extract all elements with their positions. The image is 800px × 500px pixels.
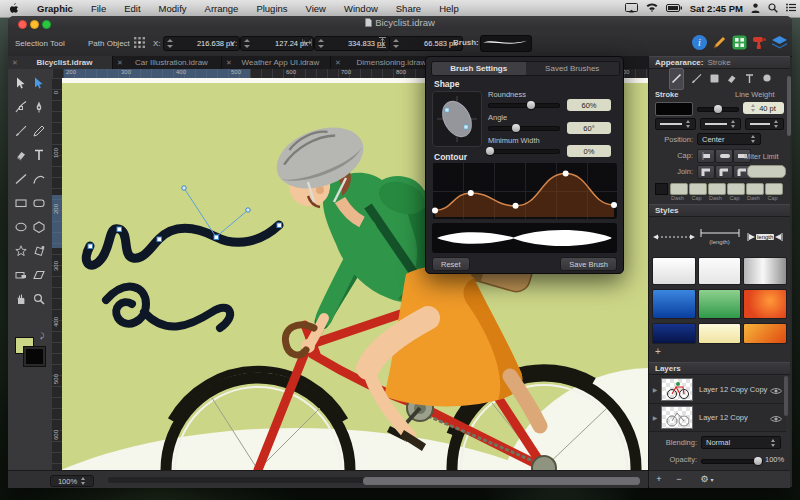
stepper-icon[interactable]: [751, 135, 756, 143]
menu-item-help[interactable]: Help: [430, 3, 468, 14]
polygon-tool-icon[interactable]: [31, 219, 47, 235]
tab-brush-settings[interactable]: Brush Settings: [432, 62, 526, 75]
shadow-mode-icon[interactable]: [762, 70, 774, 88]
tab-bicyclist[interactable]: ✕Bicyclist.idraw: [8, 56, 113, 69]
style-length-bracket[interactable]: (length): [698, 221, 742, 253]
notification-center-icon[interactable]: [786, 3, 796, 14]
direct-selection-tool-icon[interactable]: [31, 75, 47, 91]
stepper-icon[interactable]: [167, 39, 173, 48]
style-swatch[interactable]: [743, 289, 787, 319]
tab-weather-app-ui[interactable]: ✕Weather App UI.idraw: [222, 56, 331, 69]
minimum-width-value[interactable]: 0%: [567, 145, 611, 157]
roundness-value[interactable]: 60%: [567, 99, 611, 111]
menu-item-edit[interactable]: Edit: [115, 3, 149, 14]
stepper-icon[interactable]: [393, 39, 399, 48]
cap-butt-button[interactable]: [697, 149, 715, 163]
dash-cap-input[interactable]: [708, 183, 726, 195]
disclosure-icon[interactable]: ▶: [649, 414, 661, 421]
style-swatch[interactable]: [652, 323, 696, 344]
arc-tool-icon[interactable]: [31, 171, 47, 187]
stroke-style-dropdown[interactable]: [655, 118, 696, 130]
arrow-style-dropdown[interactable]: [745, 118, 784, 130]
dash-style-dropdown[interactable]: [700, 118, 741, 130]
menu-item-arrange[interactable]: Arrange: [196, 3, 248, 14]
brush-preview-well[interactable]: [480, 35, 532, 52]
close-icon[interactable]: ✕: [12, 59, 18, 67]
artboard-tool-icon[interactable]: [13, 267, 29, 283]
angle-slider[interactable]: [488, 126, 560, 131]
contour-point[interactable]: [513, 203, 519, 209]
fill-mode-icon[interactable]: [709, 70, 720, 88]
menu-item-plugins[interactable]: Plugins: [247, 3, 296, 14]
close-icon[interactable]: ✕: [226, 59, 232, 67]
swap-colors-icon[interactable]: ⤸: [40, 332, 44, 340]
menu-item-share[interactable]: Share: [387, 3, 430, 14]
pencil-tool-icon[interactable]: [31, 123, 47, 139]
stepper-icon[interactable]: [244, 39, 250, 48]
shear-tool-icon[interactable]: [31, 267, 47, 283]
user-icon[interactable]: [751, 3, 760, 15]
eraser-tool-icon[interactable]: [13, 147, 29, 163]
wifi-icon[interactable]: [646, 3, 658, 14]
height-field[interactable]: 66.583 px: [389, 36, 463, 51]
stroke-color-swatch[interactable]: [655, 102, 693, 116]
style-swatch[interactable]: [652, 289, 696, 319]
minimum-width-slider[interactable]: [488, 149, 560, 154]
join-miter-button[interactable]: [697, 165, 715, 179]
contour-point[interactable]: [611, 202, 617, 208]
swatches-panel-icon[interactable]: [731, 34, 748, 51]
contour-point[interactable]: [563, 171, 569, 177]
rectangle-tool-icon[interactable]: [13, 195, 29, 211]
roundness-slider[interactable]: [488, 103, 560, 108]
close-icon[interactable]: ✕: [117, 59, 123, 67]
slider-knob[interactable]: [714, 105, 722, 113]
save-brush-button[interactable]: Save Brush: [560, 257, 617, 271]
line-weight-value[interactable]: 40 pt: [743, 102, 784, 114]
contour-curve-editor[interactable]: [432, 163, 617, 219]
cap-round-button[interactable]: [715, 149, 733, 163]
disclosure-icon[interactable]: ▶: [649, 386, 661, 393]
style-swatch[interactable]: [698, 323, 742, 344]
dash-pattern-checkbox[interactable]: [655, 183, 668, 195]
slider-knob[interactable]: [486, 147, 494, 155]
menu-item-app[interactable]: Graphic: [28, 3, 82, 14]
styles-panel-icon[interactable]: [751, 34, 768, 51]
slider-knob[interactable]: [527, 101, 535, 109]
layers-scrollbar[interactable]: [784, 376, 788, 416]
sidebar-scrollbar[interactable]: [787, 76, 791, 136]
stepper-icon[interactable]: [318, 39, 324, 48]
hand-tool-icon[interactable]: [13, 291, 29, 307]
anchor-grid-icon[interactable]: [134, 37, 145, 50]
style-swatch[interactable]: [743, 257, 787, 285]
blending-dropdown[interactable]: Normal: [701, 436, 781, 449]
tab-car-illustration[interactable]: ✕Car Illustration.idraw: [113, 56, 222, 69]
stroke-color-well[interactable]: [24, 347, 45, 366]
menu-item-file[interactable]: File: [82, 3, 115, 14]
contour-point[interactable]: [468, 190, 474, 196]
layer-row[interactable]: ▶ Layer 12 Copy Copy: [649, 376, 786, 404]
style-swatch[interactable]: [698, 257, 742, 285]
dash-cap-input[interactable]: [689, 183, 707, 195]
apple-menu-icon[interactable]: [0, 2, 28, 16]
stroke-mode-icon[interactable]: [669, 68, 684, 90]
menu-item-window[interactable]: Window: [335, 3, 387, 14]
zoom-level-control[interactable]: 100%: [50, 475, 94, 487]
brush-shape-editor[interactable]: [432, 91, 482, 147]
menu-clock[interactable]: Sat 2:45 PM: [690, 3, 743, 14]
zoom-tool-icon[interactable]: [31, 291, 47, 307]
add-style-button[interactable]: +: [655, 346, 661, 357]
contour-point[interactable]: [432, 207, 438, 213]
line-tool-icon[interactable]: [13, 171, 29, 187]
dash-cap-input[interactable]: [765, 183, 783, 195]
style-swatch[interactable]: [698, 289, 742, 319]
rounded-rectangle-tool-icon[interactable]: [31, 195, 47, 211]
stepper-icon[interactable]: [774, 120, 779, 128]
style-swatch[interactable]: [743, 323, 787, 344]
menu-item-view[interactable]: View: [297, 3, 335, 14]
line-weight-slider[interactable]: [697, 107, 739, 112]
pencil-tools-icon[interactable]: [711, 34, 728, 51]
stepper-icon[interactable]: [686, 120, 691, 128]
star-tool-icon[interactable]: [13, 243, 29, 259]
horizontal-scrollbar[interactable]: [108, 477, 638, 483]
layer-settings-gear-icon[interactable]: ⚙▾: [695, 473, 719, 485]
